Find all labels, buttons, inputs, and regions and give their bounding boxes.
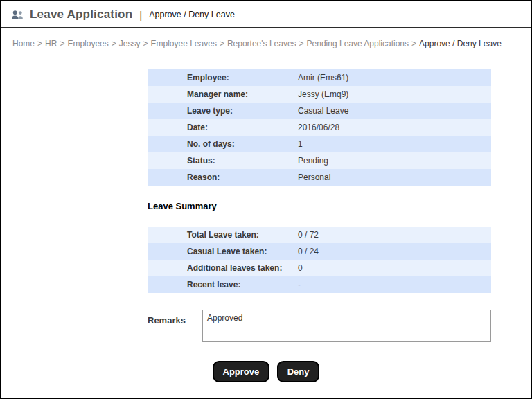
breadcrumb-separator: > xyxy=(112,39,116,48)
breadcrumb-item-employee-leaves[interactable]: Employee Leaves xyxy=(150,39,216,48)
summary-value: - xyxy=(298,276,491,293)
detail-value: Casual Leave xyxy=(298,103,491,119)
leave-details-table: Employee: Amir (Ems61) Manager name: Jes… xyxy=(148,69,491,186)
breadcrumb-item-employees[interactable]: Employees xyxy=(67,39,108,48)
table-row: Leave type: Casual Leave xyxy=(148,103,491,119)
table-row: Total Leave taken: 0 / 72 xyxy=(148,227,491,243)
table-row: Status: Pending xyxy=(148,152,491,169)
breadcrumb-separator: > xyxy=(143,39,148,48)
detail-label: Reason: xyxy=(148,169,298,186)
title-separator: | xyxy=(139,9,142,21)
breadcrumb-separator: > xyxy=(60,39,64,48)
breadcrumb-separator: > xyxy=(299,39,304,48)
detail-value: Personal xyxy=(298,169,491,186)
breadcrumb-separator: > xyxy=(220,39,224,48)
detail-label: Leave type: xyxy=(148,103,298,119)
breadcrumb-item-reportees-leaves[interactable]: Reportee's Leaves xyxy=(227,39,296,48)
remarks-section: Remarks Approved xyxy=(148,310,531,342)
page: Leave Application | Approve / Deny Leave… xyxy=(0,0,532,399)
deny-button[interactable]: Deny xyxy=(277,361,320,382)
breadcrumb-item-current: Approve / Deny Leave xyxy=(419,39,502,48)
action-buttons: Approve Deny xyxy=(1,361,531,382)
detail-value: 2016/06/28 xyxy=(298,119,491,136)
table-row: Manager name: Jessy (Emq9) xyxy=(148,86,491,103)
summary-label: Recent leave: xyxy=(148,276,298,293)
page-title: Leave Application xyxy=(30,8,132,21)
header: Leave Application | Approve / Deny Leave xyxy=(1,1,531,28)
summary-value: 0 / 24 xyxy=(298,243,491,260)
detail-value: Jessy (Emq9) xyxy=(298,86,491,103)
leave-summary-table: Total Leave taken: 0 / 72 Casual Leave t… xyxy=(148,227,491,293)
leave-summary-heading: Leave Summary xyxy=(148,201,531,211)
detail-label: No. of days: xyxy=(148,136,298,152)
table-row: Reason: Personal xyxy=(148,169,491,186)
breadcrumb-separator: > xyxy=(37,39,42,48)
table-row: Casual Leave taken: 0 / 24 xyxy=(148,243,491,260)
remarks-label: Remarks xyxy=(148,310,202,326)
table-row: Recent leave: - xyxy=(148,276,491,293)
detail-value: Amir (Ems61) xyxy=(298,69,491,86)
breadcrumb-separator: > xyxy=(411,39,416,48)
table-row: No. of days: 1 xyxy=(148,136,491,152)
table-row: Date: 2016/06/28 xyxy=(148,119,491,136)
summary-value: 0 xyxy=(298,260,491,276)
detail-label: Manager name: xyxy=(148,86,298,103)
detail-value: Pending xyxy=(298,152,491,169)
summary-label: Casual Leave taken: xyxy=(148,243,298,260)
detail-label: Date: xyxy=(148,119,298,136)
summary-label: Additional leaves taken: xyxy=(148,260,298,276)
summary-value: 0 / 72 xyxy=(298,227,491,243)
approve-button[interactable]: Approve xyxy=(213,361,270,382)
breadcrumb-item-jessy[interactable]: Jessy xyxy=(119,39,141,48)
detail-label: Employee: xyxy=(148,69,298,86)
breadcrumb-item-hr[interactable]: HR xyxy=(45,39,57,48)
breadcrumb-item-pending-leave-applications[interactable]: Pending Leave Applications xyxy=(307,39,409,48)
breadcrumb-item-home[interactable]: Home xyxy=(12,39,35,48)
breadcrumb: Home>HR>Employees>Jessy>Employee Leaves>… xyxy=(1,28,531,48)
table-row: Additional leaves taken: 0 xyxy=(148,260,491,276)
users-icon xyxy=(11,10,24,20)
detail-value: 1 xyxy=(298,136,491,152)
page-subtitle: Approve / Deny Leave xyxy=(149,10,235,19)
detail-label: Status: xyxy=(148,152,298,169)
summary-label: Total Leave taken: xyxy=(148,227,298,243)
remarks-textarea[interactable]: Approved xyxy=(202,310,491,342)
table-row: Employee: Amir (Ems61) xyxy=(148,69,491,86)
